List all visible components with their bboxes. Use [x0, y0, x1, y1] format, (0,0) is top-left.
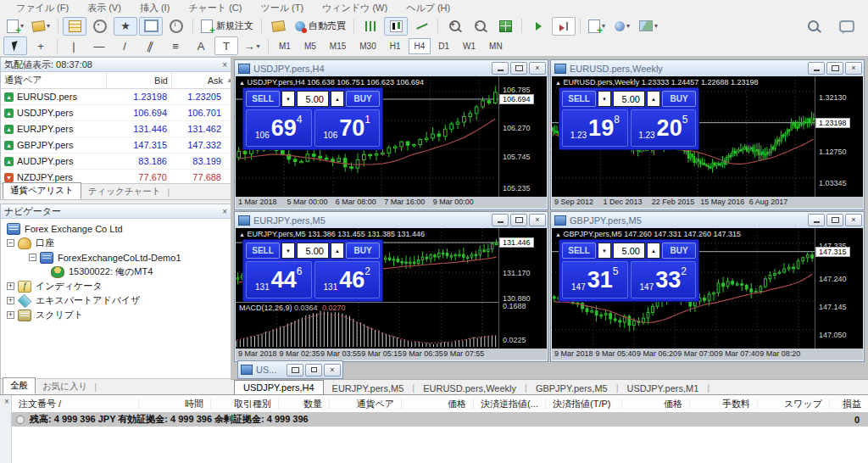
restore-button[interactable] [287, 364, 303, 377]
chart-window-eurusd-weekly[interactable]: EURUSD.pers,Weekly × ▲ EURUSD.pers,Weekl… [550, 59, 865, 210]
buy-button[interactable]: BUY [346, 91, 380, 107]
text-tool-button[interactable]: A [189, 36, 213, 55]
column-bid[interactable]: Bid [106, 72, 171, 88]
vertical-line-tool-button[interactable]: | [62, 36, 86, 55]
volume-decrease-button[interactable]: ▼ [281, 243, 295, 259]
auto-scroll-toggle[interactable] [526, 17, 550, 36]
horizontal-line-tool-button[interactable]: — [87, 36, 111, 55]
bar-chart-mode-button[interactable] [359, 17, 382, 36]
volume-decrease-button[interactable]: ▼ [598, 243, 611, 259]
volume-input[interactable] [613, 91, 645, 107]
timeframe-mn-button[interactable]: MN [483, 38, 509, 54]
tree-item-account[interactable]: 15300022: 俺のMT4 [1, 265, 231, 279]
market-watch-close-icon[interactable]: × [222, 60, 227, 70]
column-commission[interactable]: 手数料 [690, 398, 758, 410]
buy-button[interactable]: BUY [662, 243, 696, 259]
buy-button[interactable]: BUY [346, 243, 380, 259]
sell-price[interactable]: 106694 [246, 109, 312, 147]
column-type[interactable]: 取引種別 [211, 398, 279, 410]
tree-item-accounts[interactable]: − 口座 [1, 236, 231, 250]
sell-price[interactable]: 147315 [562, 261, 628, 298]
fibonacci-tool-button[interactable]: ≡ [164, 36, 187, 55]
candlestick-mode-button[interactable] [384, 17, 408, 36]
buy-price[interactable]: 131462 [314, 261, 381, 298]
buy-price[interactable]: 147332 [631, 261, 697, 298]
tile-windows-button[interactable] [493, 17, 517, 36]
menu-tools[interactable]: ツール (T) [251, 0, 313, 16]
expand-icon[interactable]: + [7, 311, 14, 319]
tab-common[interactable]: 全般 [3, 377, 36, 394]
column-time[interactable]: 時間 [139, 398, 211, 410]
buy-price[interactable]: 106701 [314, 109, 381, 147]
chart-titlebar[interactable]: EURJPY.pers,M5 × [235, 212, 548, 228]
symbol-row-eurusd[interactable]: ▲EURUSD.pers 1.231981.23205 [1, 89, 231, 105]
expand-icon[interactable]: + [7, 282, 14, 290]
collapse-icon[interactable]: − [7, 239, 14, 247]
timeframe-w1-button[interactable]: W1 [457, 38, 481, 54]
strategy-tester-button[interactable] [164, 17, 188, 36]
column-profit[interactable]: 損益 [830, 398, 868, 410]
close-button[interactable]: × [529, 62, 546, 75]
chart-titlebar[interactable]: GBPJPY.pers,M5 × [551, 212, 864, 228]
navigator-close-icon[interactable]: × [222, 207, 227, 216]
chat-button[interactable] [835, 17, 859, 36]
sell-button[interactable]: SELL [562, 243, 596, 259]
restore-button[interactable] [510, 62, 527, 75]
volume-increase-button[interactable]: ▲ [331, 243, 344, 259]
tree-item-expert-advisors[interactable]: + エキスパートアドバイザ [1, 293, 231, 308]
chart-window-gbpjpy-m5[interactable]: GBPJPY.pers,M5 × ▲ GBPJPY.pers,M5 147.26… [550, 211, 865, 362]
timeframe-h4-button[interactable]: H4 [409, 38, 431, 54]
zoom-in-button[interactable]: + [442, 17, 466, 36]
chart-shift-toggle[interactable] [552, 17, 576, 36]
column-order[interactable]: 注文番号 / [12, 398, 139, 410]
sell-price[interactable]: 1.23198 [562, 109, 628, 147]
tree-item-scripts[interactable]: + スクリプト [1, 308, 231, 322]
sell-button[interactable]: SELL [246, 91, 280, 107]
menu-charts[interactable]: チャート (C) [179, 0, 251, 16]
column-ask[interactable]: Ask [171, 72, 225, 88]
periods-button[interactable]: ▾ [610, 17, 634, 36]
collapse-icon[interactable]: − [29, 254, 36, 261]
cursor-tool-button[interactable] [3, 36, 27, 55]
menu-view[interactable]: 表示 (V) [78, 0, 131, 16]
trendline-tool-button[interactable]: / [113, 36, 136, 55]
volume-increase-button[interactable]: ▲ [647, 243, 660, 259]
column-swap[interactable]: スワップ [758, 398, 830, 410]
new-order-button[interactable]: 新規注文 [198, 17, 257, 36]
menu-insert[interactable]: 挿入 (I) [131, 0, 179, 16]
profiles-button[interactable]: ▾ [29, 17, 53, 36]
sell-button[interactable]: SELL [246, 243, 280, 259]
terminal-close-icon[interactable]: × [2, 397, 12, 406]
volume-decrease-button[interactable]: ▼ [598, 91, 611, 107]
close-button[interactable]: × [324, 364, 341, 377]
minimize-button[interactable] [492, 62, 509, 75]
chart-canvas[interactable]: MACD(12,26,9) 0.0364 0.0270 ▲ EURJPY.per… [236, 228, 547, 349]
sell-button[interactable]: SELL [562, 91, 596, 107]
market-watch-toggle[interactable] [63, 17, 86, 36]
chart-canvas[interactable]: ▲ USDJPY.pers,H4 106.638 106.751 106.623… [236, 76, 547, 197]
balance-row[interactable]: 残高: 4 999 396 JPY 有効証拠金: 4 999 396 余剰証拠金… [12, 412, 868, 427]
templates-button[interactable]: ▾ [636, 17, 661, 36]
column-symbol[interactable]: 通貨ペア [1, 74, 106, 86]
volume-input[interactable] [297, 91, 329, 107]
symbol-row-audjpy[interactable]: ▲AUDJPY.pers 83.18683.199 [1, 153, 231, 170]
column-close-price[interactable]: 価格 [622, 398, 690, 410]
minimize-button[interactable] [492, 214, 509, 226]
tree-item-indicators[interactable]: + ƒ インディケータ [1, 279, 231, 293]
timeframe-d1-button[interactable]: D1 [432, 38, 455, 54]
maximize-button[interactable] [305, 364, 322, 377]
terminal-toggle[interactable] [139, 17, 163, 36]
navigator-toggle[interactable]: ★ [114, 17, 137, 36]
close-button[interactable]: × [529, 214, 546, 226]
column-volume[interactable]: 数量 [279, 398, 330, 410]
tab-tick-chart[interactable]: ティックチャート [81, 184, 168, 199]
column-price[interactable]: 価格 [402, 398, 474, 410]
tree-item-server[interactable]: − ForexExchangeCoLtd-Demo1 [1, 250, 231, 265]
minimize-button[interactable] [808, 214, 825, 226]
metaeditor-button[interactable] [266, 17, 290, 36]
chart-window-eurjpy-m5[interactable]: EURJPY.pers,M5 × MACD(12,26,9) 0.0364 0.… [234, 211, 548, 362]
restore-button[interactable] [826, 214, 843, 226]
sell-price[interactable]: 131446 [246, 261, 312, 298]
restore-button[interactable] [510, 214, 527, 226]
chart-canvas[interactable]: ▲ EURUSD.pers,Weekly 1.23333 1.24457 1.2… [552, 76, 863, 197]
